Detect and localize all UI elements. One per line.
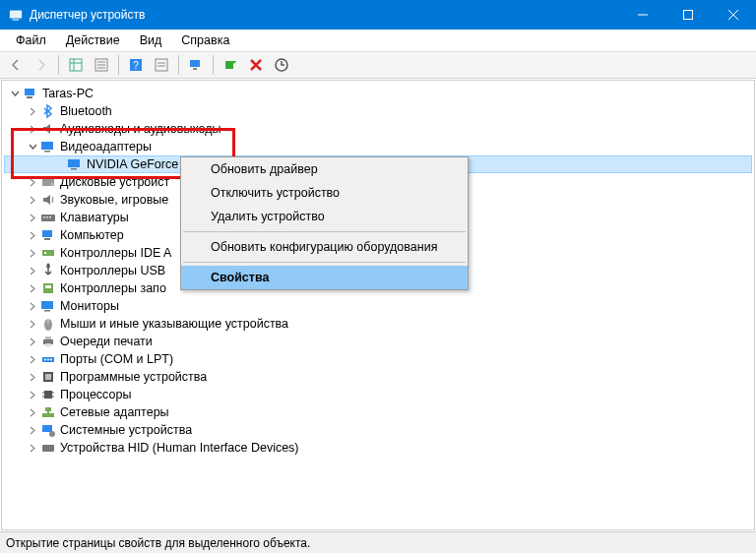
tree-node[interactable]: Очереди печати [4, 333, 752, 350]
cpu-icon [40, 387, 56, 402]
expand-icon[interactable] [26, 423, 39, 437]
update-driver-button[interactable] [270, 54, 293, 76]
expand-icon[interactable] [26, 317, 39, 331]
software-icon [40, 369, 56, 385]
menubar: Файл Действие Вид Справка [0, 30, 756, 51]
ctx-disable-device[interactable]: Отключить устройство [181, 181, 468, 205]
expand-icon[interactable] [26, 388, 39, 401]
tree-node-label: Устройства HID (Human Interface Devices) [60, 441, 299, 455]
collapse-icon[interactable] [8, 87, 22, 100]
device-tree-panel: Taras-PCBluetoothАудиовходы и аудиовыход… [1, 80, 755, 530]
svg-point-31 [51, 183, 53, 185]
expand-icon[interactable] [26, 193, 39, 207]
expand-icon[interactable] [26, 104, 39, 118]
properties-toolbar-button[interactable] [90, 54, 113, 76]
svg-rect-55 [45, 374, 51, 380]
toolbar: ? [0, 51, 756, 79]
menu-action[interactable]: Действие [56, 31, 130, 49]
tree-node[interactable]: Порты (COM и LPT) [4, 350, 752, 368]
tree-node-label: Процессоры [60, 388, 131, 401]
ctx-update-driver[interactable]: Обновить драйвер [181, 157, 468, 181]
tree-node-label: Мониторы [60, 299, 119, 313]
back-button[interactable] [4, 54, 28, 76]
ctx-properties[interactable]: Свойства [181, 266, 468, 289]
svg-rect-33 [43, 216, 45, 218]
tree-root-label: Taras-PC [42, 87, 94, 100]
svg-rect-27 [44, 151, 50, 153]
tree-node-label: Компьютер [60, 228, 124, 242]
tree-node[interactable]: Процессоры [4, 386, 752, 403]
maximize-button[interactable] [665, 0, 711, 30]
svg-rect-44 [44, 310, 50, 312]
scan-hw-button[interactable] [184, 54, 208, 76]
close-button[interactable] [711, 0, 756, 30]
svg-rect-64 [42, 425, 52, 432]
menu-help[interactable]: Справка [171, 31, 239, 49]
statusbar: Открытие страницы свойств для выделенног… [0, 531, 756, 553]
forward-button[interactable] [30, 54, 53, 76]
statusbar-text: Открытие страницы свойств для выделенног… [6, 536, 310, 550]
expand-icon[interactable] [26, 122, 39, 136]
svg-rect-42 [45, 285, 51, 288]
svg-rect-15 [156, 59, 167, 71]
svg-rect-29 [71, 168, 77, 170]
tree-node[interactable]: Мыши и иные указывающие устройства [4, 315, 752, 333]
expand-icon[interactable] [26, 264, 39, 277]
svg-rect-48 [45, 337, 51, 339]
tree-node-label: Очереди печати [60, 335, 153, 348]
tree-node[interactable]: Устройства HID (Human Interface Devices) [4, 439, 752, 457]
menu-view[interactable]: Вид [130, 31, 172, 49]
help-button[interactable]: ? [124, 54, 148, 76]
tree-node[interactable]: Видеоадаптеры [4, 138, 752, 155]
svg-rect-49 [45, 343, 51, 346]
expand-icon[interactable] [26, 441, 39, 455]
expand-icon[interactable] [26, 211, 39, 224]
computer-icon [40, 227, 56, 243]
tree-node-label: Дисковые устройст [60, 175, 169, 189]
expand-icon[interactable] [26, 405, 39, 419]
tree-node-label: Контроллеры запо [60, 281, 166, 295]
svg-rect-25 [27, 96, 32, 98]
bluetooth-icon [40, 103, 56, 119]
tree-root[interactable]: Taras-PC [4, 85, 752, 102]
collapse-icon[interactable] [26, 140, 39, 154]
ctx-uninstall-device[interactable]: Удалить устройство [181, 205, 468, 228]
tree-node[interactable]: Сетевые адаптеры [4, 403, 752, 421]
titlebar: Диспетчер устройств [0, 0, 756, 30]
printer-icon [40, 334, 56, 349]
remove-button[interactable] [244, 54, 268, 76]
svg-rect-19 [193, 68, 197, 70]
ctx-scan-hw[interactable]: Обновить конфигурацию оборудования [181, 235, 468, 259]
audio-icon [40, 121, 56, 137]
svg-rect-37 [44, 238, 50, 240]
tree-node[interactable]: Программные устройства [4, 368, 752, 386]
details-button[interactable] [150, 54, 173, 76]
view-button[interactable] [64, 54, 88, 76]
expand-icon[interactable] [26, 299, 39, 313]
expand-icon[interactable] [26, 281, 39, 295]
svg-rect-43 [41, 301, 53, 309]
svg-rect-34 [46, 216, 48, 218]
tree-node[interactable]: Системные устройства [4, 421, 752, 439]
tree-node[interactable]: Bluetooth [4, 102, 752, 120]
monitor-icon [40, 298, 56, 314]
expand-icon[interactable] [26, 370, 39, 384]
svg-rect-56 [44, 391, 52, 399]
network-icon [40, 404, 56, 420]
disk-icon [40, 174, 56, 190]
minimize-button[interactable] [620, 0, 665, 30]
tree-node-label: Звуковые, игровые [60, 193, 168, 207]
mouse-icon [40, 316, 56, 332]
separator [183, 231, 466, 232]
tree-node[interactable]: Мониторы [4, 297, 752, 315]
expand-icon[interactable] [26, 335, 39, 348]
expand-icon[interactable] [26, 175, 39, 189]
menu-file[interactable]: Файл [6, 31, 56, 49]
expand-icon[interactable] [26, 352, 39, 366]
expand-icon[interactable] [26, 228, 39, 242]
expand-icon[interactable] [26, 246, 39, 260]
svg-rect-0 [10, 11, 22, 19]
tree-node[interactable]: Аудиовходы и аудиовыходы [4, 120, 752, 138]
add-device-button[interactable] [219, 54, 242, 76]
svg-rect-36 [42, 230, 52, 237]
